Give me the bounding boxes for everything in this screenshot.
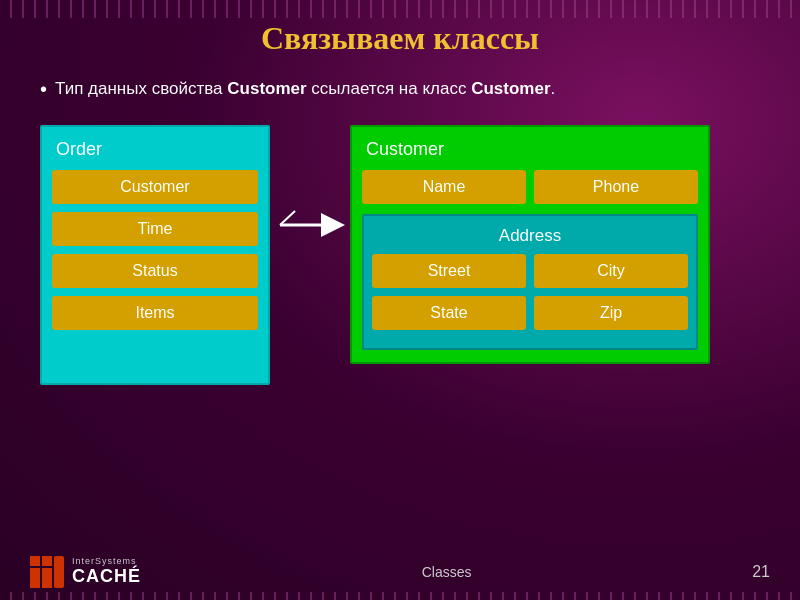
- slide-title: Связываем классы: [40, 20, 760, 57]
- customer-top-row: Name Phone: [362, 170, 698, 204]
- svg-rect-2: [30, 556, 40, 566]
- address-item-state: State: [372, 296, 526, 330]
- bullet-dot: •: [40, 75, 47, 103]
- order-item-items: Items: [52, 296, 258, 330]
- svg-rect-8: [54, 556, 64, 588]
- address-box: Address Street City State Zip: [362, 214, 698, 350]
- arrow-icon: [275, 205, 345, 245]
- order-box: Order Customer Time Status Items: [40, 125, 270, 385]
- order-item-status: Status: [52, 254, 258, 288]
- logo-text-area: InterSystems CACHÉ: [72, 557, 141, 587]
- address-item-street: Street: [372, 254, 526, 288]
- bullet-text: Тип данных свойства Customer ссылается н…: [55, 77, 555, 101]
- cache-logo-icon: [30, 556, 66, 588]
- customer-item-name: Name: [362, 170, 526, 204]
- address-row-1: Street City: [372, 254, 688, 288]
- svg-rect-5: [42, 568, 52, 578]
- address-title: Address: [372, 226, 688, 246]
- customer-box: Customer Name Phone Address Street City …: [350, 125, 710, 364]
- bullet-point: • Тип данных свойства Customer ссылается…: [40, 77, 760, 103]
- svg-rect-6: [30, 578, 40, 588]
- address-item-city: City: [534, 254, 688, 288]
- svg-rect-4: [30, 568, 40, 578]
- customer-item-phone: Phone: [534, 170, 698, 204]
- address-item-zip: Zip: [534, 296, 688, 330]
- order-item-customer: Customer: [52, 170, 258, 204]
- order-item-time: Time: [52, 212, 258, 246]
- svg-line-1: [280, 211, 295, 225]
- bottom-decoration: [0, 592, 800, 600]
- svg-rect-7: [42, 578, 52, 588]
- arrow-container: [270, 205, 350, 245]
- address-row-2: State Zip: [372, 296, 688, 330]
- footer-logo: InterSystems CACHÉ: [30, 556, 141, 588]
- svg-rect-3: [42, 556, 52, 566]
- footer-page-number: 21: [752, 563, 770, 581]
- order-box-title: Order: [52, 139, 258, 160]
- diagram-area: Order Customer Time Status Items Custome…: [40, 125, 760, 385]
- slide-footer: InterSystems CACHÉ Classes 21: [0, 556, 800, 588]
- customer-box-title: Customer: [362, 139, 698, 160]
- footer-center-label: Classes: [422, 564, 472, 580]
- top-decoration: [0, 0, 800, 18]
- cache-label: CACHÉ: [72, 567, 141, 587]
